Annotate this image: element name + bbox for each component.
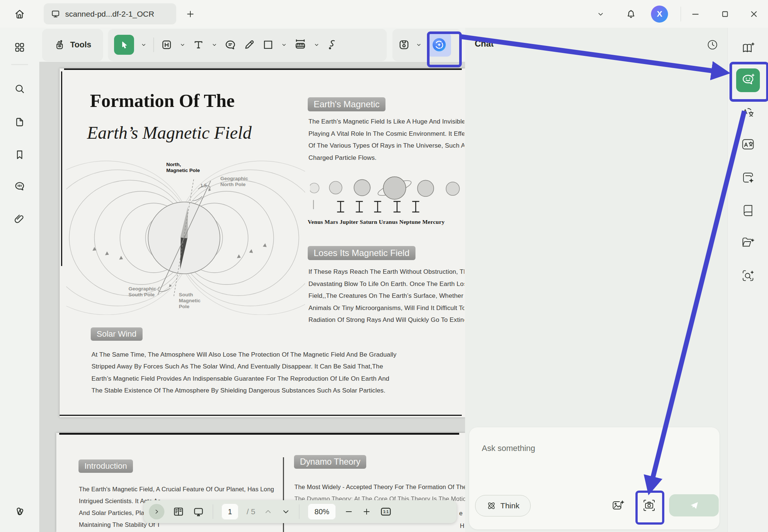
grid-icon bbox=[14, 41, 26, 53]
text-fragment-h: H bbox=[460, 522, 464, 529]
translate-icon bbox=[741, 105, 755, 120]
actual-size-button[interactable]: 1:1 bbox=[380, 505, 392, 518]
presentation-mode-button[interactable] bbox=[193, 506, 204, 518]
rail-item-reader[interactable] bbox=[735, 199, 761, 221]
rail-item-ai-summary[interactable] bbox=[735, 166, 761, 189]
zoom-level-input[interactable]: 80% bbox=[308, 504, 336, 520]
select-tool-chevron-icon[interactable] bbox=[140, 41, 147, 48]
attach-image-button[interactable] bbox=[609, 496, 627, 514]
doc-title-line2: Earth’s Magnetic Field bbox=[87, 122, 251, 143]
paragraph-solar-wind: At The Same Time, The Atmosphere Will Al… bbox=[91, 349, 463, 397]
rail-item-ai-files[interactable] bbox=[735, 231, 761, 253]
heading-tool-button[interactable] bbox=[160, 38, 173, 51]
page-number-value: 1 bbox=[228, 508, 232, 516]
sidebar-item-attachments[interactable] bbox=[9, 209, 30, 229]
atom-icon bbox=[486, 501, 497, 511]
rail-item-translate[interactable] bbox=[735, 102, 761, 124]
highlight-box-rail-chat bbox=[729, 62, 768, 102]
home-icon bbox=[14, 8, 26, 20]
app-menu-button[interactable] bbox=[592, 7, 609, 21]
heading-tool-chevron-icon[interactable] bbox=[179, 41, 186, 48]
measure-tool-chevron-icon[interactable] bbox=[313, 41, 320, 48]
floatbar-divider bbox=[213, 504, 213, 519]
magnetic-field-diagram bbox=[66, 159, 305, 315]
section-tag-earths-magnetic: Earth's Magnetic bbox=[308, 97, 385, 111]
planets-caption: Venus Mars Jupiter Saturn Uranus Neptune… bbox=[308, 219, 445, 225]
sidebar-item-pages[interactable] bbox=[9, 112, 30, 132]
section-tag-solar-wind: Solar Wind bbox=[91, 327, 143, 341]
text-tool-chevron-icon[interactable] bbox=[211, 41, 218, 48]
new-tab-button[interactable] bbox=[183, 7, 198, 21]
page-number-input[interactable]: 1 bbox=[221, 504, 238, 520]
chat-input-card[interactable]: Ask something Think bbox=[469, 427, 719, 529]
maximize-icon bbox=[720, 9, 730, 19]
plus-zoom-icon bbox=[362, 507, 371, 516]
avatar[interactable]: X bbox=[651, 6, 668, 23]
think-toggle-button[interactable]: Think bbox=[475, 495, 531, 516]
sidebar-item-themes[interactable] bbox=[9, 501, 30, 522]
editor-area: Tools bbox=[39, 28, 465, 532]
next-page-button[interactable] bbox=[281, 507, 291, 516]
scan-edge-bottom bbox=[60, 415, 462, 416]
diagram-label-geo-north: GeographicNorth Pole bbox=[220, 176, 248, 188]
zoom-out-button[interactable] bbox=[344, 507, 354, 516]
planets-illustration bbox=[310, 176, 465, 218]
doc-title-line1: Formation Of The bbox=[90, 90, 235, 111]
tools-button[interactable]: Tools bbox=[42, 29, 103, 61]
measure-tool-button[interactable] bbox=[294, 38, 307, 51]
signature-tool-button[interactable] bbox=[326, 38, 339, 51]
pencil-tool-button[interactable] bbox=[243, 38, 256, 51]
pencil-icon bbox=[243, 38, 256, 51]
comment-tool-button[interactable] bbox=[224, 38, 237, 51]
text-icon bbox=[192, 38, 205, 51]
pdf-viewport[interactable]: Formation Of The Earth’s Magnetic Field bbox=[39, 62, 465, 532]
tab-title: scanned-pd...df-2-1_OCR bbox=[65, 10, 154, 18]
sidebar-item-comments[interactable] bbox=[9, 176, 30, 196]
shape-tool-button[interactable] bbox=[262, 38, 274, 51]
rail-item-ai-search[interactable] bbox=[735, 265, 761, 287]
chat-history-button[interactable] bbox=[704, 36, 721, 54]
sidebar-item-bookmarks[interactable] bbox=[9, 144, 30, 165]
scan-edge-top-p2 bbox=[59, 433, 459, 435]
close-button[interactable] bbox=[746, 6, 762, 22]
scan-edge-top bbox=[64, 68, 462, 70]
tools-label: Tools bbox=[70, 40, 91, 50]
paragraph-earths-magnetic: The Earth’s Magnetic Field Is Like A Hug… bbox=[308, 116, 464, 164]
sidebar-item-apps[interactable] bbox=[9, 37, 30, 58]
maximize-button[interactable] bbox=[717, 6, 733, 22]
text-tool-button[interactable] bbox=[192, 38, 205, 51]
search-icon bbox=[14, 83, 26, 95]
home-button[interactable] bbox=[10, 4, 30, 24]
document-tab[interactable]: scanned-pd...df-2-1_OCR bbox=[44, 3, 176, 24]
close-icon bbox=[749, 9, 759, 19]
presentation-icon bbox=[193, 506, 204, 518]
page-total-label: / 5 bbox=[247, 507, 255, 516]
stamp-icon bbox=[398, 38, 410, 51]
titlebar: scanned-pd...df-2-1_OCR X bbox=[0, 0, 768, 28]
zoom-in-button[interactable] bbox=[362, 507, 371, 516]
think-label: Think bbox=[500, 501, 519, 510]
collapse-toolbar-button[interactable] bbox=[149, 504, 164, 519]
previous-page-button[interactable] bbox=[263, 507, 273, 516]
two-page-view-button[interactable] bbox=[173, 506, 184, 518]
diagram-label-north-pole: North,Magnetic Pole bbox=[166, 162, 200, 174]
select-tool-button[interactable] bbox=[114, 35, 134, 55]
search-sparkle-icon bbox=[741, 268, 755, 283]
floatbar-divider-2 bbox=[299, 504, 300, 519]
history-clock-icon bbox=[706, 38, 719, 51]
minimize-icon bbox=[691, 9, 700, 19]
shape-tool-chevron-icon[interactable] bbox=[281, 41, 287, 48]
book-icon bbox=[741, 203, 755, 218]
notifications-button[interactable] bbox=[622, 5, 640, 23]
chat-input-placeholder[interactable]: Ask something bbox=[482, 444, 535, 453]
palette-swatches-icon bbox=[13, 505, 26, 518]
rail-item-ai-read[interactable] bbox=[735, 37, 761, 59]
sidebar-item-search[interactable] bbox=[9, 78, 30, 99]
diagram-label-geo-south: GeographicSouth Pole bbox=[128, 286, 156, 298]
comment-bubble-icon bbox=[224, 38, 237, 51]
rail-item-translate-page[interactable] bbox=[735, 133, 761, 155]
minimize-button[interactable] bbox=[687, 6, 704, 22]
stamp-tool-button[interactable] bbox=[398, 38, 410, 51]
send-button[interactable] bbox=[669, 494, 719, 516]
stamp-tool-chevron-icon[interactable] bbox=[415, 41, 422, 48]
